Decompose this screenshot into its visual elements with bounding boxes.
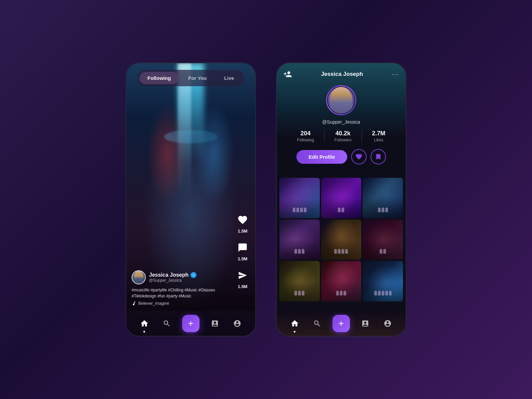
likes-label: Likes (374, 138, 383, 142)
inbox-icon (211, 319, 219, 327)
nav-profile[interactable] (230, 316, 244, 330)
nav-search[interactable] (160, 316, 174, 330)
profile-actions: Edit Profile (296, 149, 386, 164)
right-phone: Jessica Joseph ··· @Supper_Jessica 204 (276, 62, 406, 337)
home-icon (140, 319, 149, 328)
feed-user-info: Jessica Joseph ✓ @Supper_Jessica #musicl… (132, 270, 232, 306)
feed-username: Jessica Joseph ✓ (149, 272, 196, 278)
grid-item-1[interactable] (279, 178, 320, 218)
music-icon (132, 301, 136, 306)
stat-likes: 2.7M Likes (362, 130, 395, 142)
share-icon (235, 268, 250, 283)
profile-avatar-image (330, 87, 353, 114)
bookmark-profile-button[interactable] (371, 149, 386, 164)
heart-icon (355, 153, 363, 160)
search-icon (313, 319, 321, 327)
following-label: Following (297, 138, 314, 142)
grid-item-8[interactable] (321, 261, 362, 301)
tab-for-you[interactable]: For You (180, 72, 215, 84)
tab-live[interactable]: Live (216, 72, 242, 84)
following-value: 204 (300, 130, 310, 137)
feed-user-row: Jessica Joseph ✓ @Supper_Jessica (132, 270, 232, 284)
edit-profile-button[interactable]: Edit Profile (296, 150, 347, 164)
feed-handle: @Supper_Jessica (149, 278, 196, 283)
profile-bottom-nav: + (277, 311, 406, 336)
like-profile-button[interactable] (351, 149, 367, 164)
comment-count: 1.5M (238, 256, 248, 261)
add-friend-button[interactable] (283, 70, 292, 79)
feed-username-block: Jessica Joseph ✓ @Supper_Jessica (149, 272, 196, 283)
left-phone: Following For You Live 1.5M (126, 62, 256, 337)
like-count: 1.5M (238, 229, 248, 234)
grid-item-3[interactable] (363, 178, 403, 218)
profile-icon (384, 319, 392, 327)
heart-icon (235, 213, 250, 227)
bottom-nav: + (126, 311, 255, 336)
share-action[interactable]: 1.5M (235, 268, 250, 289)
tab-following[interactable]: Following (139, 72, 179, 84)
feed-tabs: Following For You Live (126, 70, 255, 86)
grid-item-9[interactable] (363, 261, 403, 301)
stat-following: 204 Following (287, 130, 324, 142)
search-icon (163, 319, 171, 327)
profile-nav-search[interactable] (310, 316, 324, 330)
share-count: 1.5M (238, 284, 248, 289)
person-face (157, 103, 224, 220)
inbox-icon (361, 319, 369, 327)
grid-item-6[interactable] (363, 220, 403, 260)
home-icon (290, 319, 299, 328)
glasses-reflection (164, 130, 218, 143)
feed-caption: #musiclife #partylife #Chilling #Music #… (132, 287, 232, 299)
comment-action[interactable]: 1.5M (235, 240, 250, 261)
feed-actions: 1.5M 1.5M 1.5M (235, 213, 250, 289)
like-action[interactable]: 1.5M (235, 213, 250, 234)
verified-badge: ✓ (190, 272, 196, 278)
profile-top: @Supper_Jessica 204 Following 40.2k Foll… (277, 82, 406, 178)
bookmark-icon (375, 153, 382, 160)
profile-header-bar: Jessica Joseph ··· (277, 63, 406, 82)
person-add-icon (283, 70, 292, 79)
grid-item-5[interactable] (321, 220, 362, 260)
profile-content: @Supper_Jessica 204 Following 40.2k Foll… (277, 82, 406, 336)
feed-user-avatar[interactable] (132, 270, 146, 284)
feed-music: Believer_imagine (132, 301, 232, 306)
followers-label: Followers (335, 138, 352, 142)
profile-header-title: Jessica Joseph (321, 71, 363, 78)
comment-icon (235, 240, 250, 255)
more-options-button[interactable]: ··· (392, 71, 399, 78)
nav-inbox[interactable] (208, 316, 222, 330)
profile-nav-inbox[interactable] (358, 316, 372, 330)
likes-value: 2.7M (372, 130, 385, 137)
grid-item-2[interactable] (321, 178, 362, 218)
nav-home[interactable] (137, 316, 151, 330)
profile-nav-home[interactable] (288, 316, 302, 330)
profile-grid (277, 178, 406, 301)
profile-avatar[interactable] (326, 85, 356, 115)
nav-add-button[interactable]: + (182, 315, 200, 332)
profile-nav-add-button[interactable]: + (332, 315, 350, 332)
profile-screen: Jessica Joseph ··· @Supper_Jessica 204 (277, 63, 406, 336)
followers-value: 40.2k (336, 130, 351, 137)
grid-item-7[interactable] (279, 261, 320, 301)
profile-avatar-inner (327, 86, 355, 114)
grid-item-4[interactable] (279, 220, 320, 260)
profile-handle: @Supper_Jessica (322, 119, 360, 125)
profile-stats: 204 Following 40.2k Followers 2.7M Likes (283, 130, 399, 142)
profile-icon (233, 319, 241, 327)
stat-followers: 40.2k Followers (324, 130, 362, 142)
feed-screen: Following For You Live 1.5M (126, 63, 255, 336)
tabs-container: Following For You Live (137, 70, 244, 86)
profile-nav-profile[interactable] (381, 316, 395, 330)
